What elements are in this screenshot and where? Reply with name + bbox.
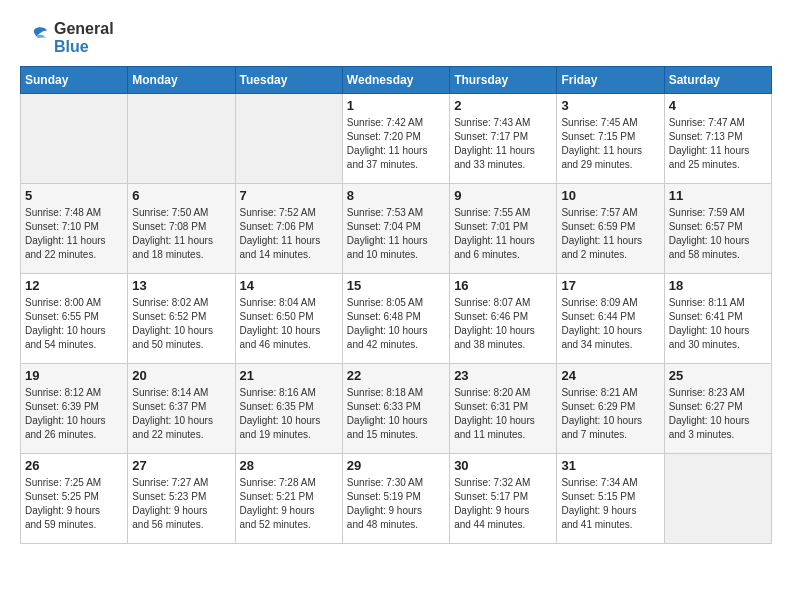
calendar-cell: 7Sunrise: 7:52 AM Sunset: 7:06 PM Daylig…: [235, 184, 342, 274]
calendar-week-row: 5Sunrise: 7:48 AM Sunset: 7:10 PM Daylig…: [21, 184, 772, 274]
day-number: 23: [454, 368, 552, 383]
calendar-cell: 18Sunrise: 8:11 AM Sunset: 6:41 PM Dayli…: [664, 274, 771, 364]
weekday-header: Saturday: [664, 67, 771, 94]
calendar-cell: 20Sunrise: 8:14 AM Sunset: 6:37 PM Dayli…: [128, 364, 235, 454]
day-info: Sunrise: 8:20 AM Sunset: 6:31 PM Dayligh…: [454, 386, 552, 442]
logo-icon: [20, 23, 50, 53]
day-number: 10: [561, 188, 659, 203]
day-number: 21: [240, 368, 338, 383]
calendar-cell: 19Sunrise: 8:12 AM Sunset: 6:39 PM Dayli…: [21, 364, 128, 454]
calendar-header: SundayMondayTuesdayWednesdayThursdayFrid…: [21, 67, 772, 94]
day-info: Sunrise: 7:42 AM Sunset: 7:20 PM Dayligh…: [347, 116, 445, 172]
day-number: 27: [132, 458, 230, 473]
calendar-cell: 6Sunrise: 7:50 AM Sunset: 7:08 PM Daylig…: [128, 184, 235, 274]
day-number: 26: [25, 458, 123, 473]
calendar-cell: 26Sunrise: 7:25 AM Sunset: 5:25 PM Dayli…: [21, 454, 128, 544]
day-info: Sunrise: 8:07 AM Sunset: 6:46 PM Dayligh…: [454, 296, 552, 352]
day-info: Sunrise: 7:52 AM Sunset: 7:06 PM Dayligh…: [240, 206, 338, 262]
calendar-cell: 9Sunrise: 7:55 AM Sunset: 7:01 PM Daylig…: [450, 184, 557, 274]
calendar-week-row: 26Sunrise: 7:25 AM Sunset: 5:25 PM Dayli…: [21, 454, 772, 544]
day-info: Sunrise: 7:43 AM Sunset: 7:17 PM Dayligh…: [454, 116, 552, 172]
day-number: 6: [132, 188, 230, 203]
day-info: Sunrise: 7:47 AM Sunset: 7:13 PM Dayligh…: [669, 116, 767, 172]
day-number: 14: [240, 278, 338, 293]
calendar-cell: 21Sunrise: 8:16 AM Sunset: 6:35 PM Dayli…: [235, 364, 342, 454]
weekday-header: Tuesday: [235, 67, 342, 94]
day-info: Sunrise: 7:32 AM Sunset: 5:17 PM Dayligh…: [454, 476, 552, 532]
logo-text: General Blue: [54, 20, 114, 56]
day-number: 2: [454, 98, 552, 113]
day-info: Sunrise: 8:12 AM Sunset: 6:39 PM Dayligh…: [25, 386, 123, 442]
calendar-cell: 28Sunrise: 7:28 AM Sunset: 5:21 PM Dayli…: [235, 454, 342, 544]
day-info: Sunrise: 7:55 AM Sunset: 7:01 PM Dayligh…: [454, 206, 552, 262]
calendar-cell: 4Sunrise: 7:47 AM Sunset: 7:13 PM Daylig…: [664, 94, 771, 184]
day-info: Sunrise: 7:53 AM Sunset: 7:04 PM Dayligh…: [347, 206, 445, 262]
calendar-cell: [235, 94, 342, 184]
calendar-cell: 8Sunrise: 7:53 AM Sunset: 7:04 PM Daylig…: [342, 184, 449, 274]
day-number: 8: [347, 188, 445, 203]
day-info: Sunrise: 8:21 AM Sunset: 6:29 PM Dayligh…: [561, 386, 659, 442]
calendar-cell: 14Sunrise: 8:04 AM Sunset: 6:50 PM Dayli…: [235, 274, 342, 364]
day-number: 22: [347, 368, 445, 383]
day-info: Sunrise: 8:16 AM Sunset: 6:35 PM Dayligh…: [240, 386, 338, 442]
calendar-cell: 12Sunrise: 8:00 AM Sunset: 6:55 PM Dayli…: [21, 274, 128, 364]
calendar-cell: 31Sunrise: 7:34 AM Sunset: 5:15 PM Dayli…: [557, 454, 664, 544]
day-info: Sunrise: 8:23 AM Sunset: 6:27 PM Dayligh…: [669, 386, 767, 442]
calendar-week-row: 12Sunrise: 8:00 AM Sunset: 6:55 PM Dayli…: [21, 274, 772, 364]
day-number: 16: [454, 278, 552, 293]
calendar-cell: 13Sunrise: 8:02 AM Sunset: 6:52 PM Dayli…: [128, 274, 235, 364]
day-number: 17: [561, 278, 659, 293]
weekday-header: Monday: [128, 67, 235, 94]
day-info: Sunrise: 7:57 AM Sunset: 6:59 PM Dayligh…: [561, 206, 659, 262]
calendar-cell: 11Sunrise: 7:59 AM Sunset: 6:57 PM Dayli…: [664, 184, 771, 274]
page-header: General Blue: [20, 20, 772, 56]
day-number: 18: [669, 278, 767, 293]
day-number: 3: [561, 98, 659, 113]
day-number: 31: [561, 458, 659, 473]
weekday-header-row: SundayMondayTuesdayWednesdayThursdayFrid…: [21, 67, 772, 94]
calendar-cell: 23Sunrise: 8:20 AM Sunset: 6:31 PM Dayli…: [450, 364, 557, 454]
weekday-header: Sunday: [21, 67, 128, 94]
day-info: Sunrise: 7:48 AM Sunset: 7:10 PM Dayligh…: [25, 206, 123, 262]
day-number: 13: [132, 278, 230, 293]
day-info: Sunrise: 8:11 AM Sunset: 6:41 PM Dayligh…: [669, 296, 767, 352]
calendar-cell: 2Sunrise: 7:43 AM Sunset: 7:17 PM Daylig…: [450, 94, 557, 184]
day-info: Sunrise: 7:30 AM Sunset: 5:19 PM Dayligh…: [347, 476, 445, 532]
calendar-cell: 30Sunrise: 7:32 AM Sunset: 5:17 PM Dayli…: [450, 454, 557, 544]
calendar-cell: 1Sunrise: 7:42 AM Sunset: 7:20 PM Daylig…: [342, 94, 449, 184]
day-info: Sunrise: 8:00 AM Sunset: 6:55 PM Dayligh…: [25, 296, 123, 352]
calendar-cell: 17Sunrise: 8:09 AM Sunset: 6:44 PM Dayli…: [557, 274, 664, 364]
day-number: 12: [25, 278, 123, 293]
day-info: Sunrise: 7:45 AM Sunset: 7:15 PM Dayligh…: [561, 116, 659, 172]
day-info: Sunrise: 8:18 AM Sunset: 6:33 PM Dayligh…: [347, 386, 445, 442]
calendar-cell: [128, 94, 235, 184]
day-number: 1: [347, 98, 445, 113]
calendar-cell: 22Sunrise: 8:18 AM Sunset: 6:33 PM Dayli…: [342, 364, 449, 454]
day-number: 25: [669, 368, 767, 383]
day-number: 28: [240, 458, 338, 473]
calendar-cell: 10Sunrise: 7:57 AM Sunset: 6:59 PM Dayli…: [557, 184, 664, 274]
day-number: 19: [25, 368, 123, 383]
day-info: Sunrise: 8:14 AM Sunset: 6:37 PM Dayligh…: [132, 386, 230, 442]
calendar-table: SundayMondayTuesdayWednesdayThursdayFrid…: [20, 66, 772, 544]
day-info: Sunrise: 7:25 AM Sunset: 5:25 PM Dayligh…: [25, 476, 123, 532]
day-info: Sunrise: 8:09 AM Sunset: 6:44 PM Dayligh…: [561, 296, 659, 352]
calendar-cell: 24Sunrise: 8:21 AM Sunset: 6:29 PM Dayli…: [557, 364, 664, 454]
day-number: 30: [454, 458, 552, 473]
day-number: 24: [561, 368, 659, 383]
calendar-cell: 27Sunrise: 7:27 AM Sunset: 5:23 PM Dayli…: [128, 454, 235, 544]
day-number: 5: [25, 188, 123, 203]
calendar-cell: 29Sunrise: 7:30 AM Sunset: 5:19 PM Dayli…: [342, 454, 449, 544]
calendar-cell: [664, 454, 771, 544]
day-info: Sunrise: 7:27 AM Sunset: 5:23 PM Dayligh…: [132, 476, 230, 532]
calendar-cell: [21, 94, 128, 184]
day-number: 11: [669, 188, 767, 203]
day-info: Sunrise: 7:50 AM Sunset: 7:08 PM Dayligh…: [132, 206, 230, 262]
day-info: Sunrise: 7:59 AM Sunset: 6:57 PM Dayligh…: [669, 206, 767, 262]
day-number: 4: [669, 98, 767, 113]
calendar-cell: 5Sunrise: 7:48 AM Sunset: 7:10 PM Daylig…: [21, 184, 128, 274]
calendar-body: 1Sunrise: 7:42 AM Sunset: 7:20 PM Daylig…: [21, 94, 772, 544]
calendar-cell: 25Sunrise: 8:23 AM Sunset: 6:27 PM Dayli…: [664, 364, 771, 454]
calendar-week-row: 1Sunrise: 7:42 AM Sunset: 7:20 PM Daylig…: [21, 94, 772, 184]
day-number: 29: [347, 458, 445, 473]
